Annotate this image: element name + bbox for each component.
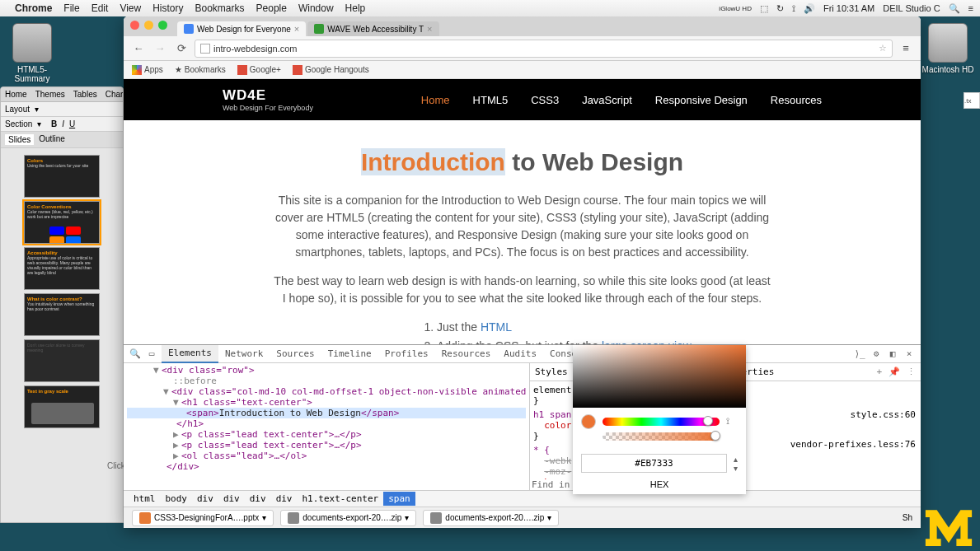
apps-button[interactable]: Apps xyxy=(132,65,163,75)
dt-tab-resources[interactable]: Resources xyxy=(435,345,498,363)
nav-responsive[interactable]: Responsive Design xyxy=(655,94,748,106)
menu-edit[interactable]: Edit xyxy=(91,2,109,14)
browser-tab-1[interactable]: Web Design for Everyone× xyxy=(177,21,306,36)
inspect-icon[interactable]: 🔍 xyxy=(129,348,142,361)
close-tab-icon[interactable]: × xyxy=(427,24,432,34)
saturation-field[interactable] xyxy=(573,345,746,408)
window-controls xyxy=(130,21,167,30)
format-stepper[interactable]: ▴▾ xyxy=(734,455,738,473)
sync-icon[interactable]: ↻ xyxy=(776,3,784,14)
console-drawer-icon[interactable]: ⟩_ xyxy=(853,348,866,361)
close-button[interactable] xyxy=(130,21,139,30)
source-link[interactable]: style.css:60 xyxy=(851,409,916,420)
back-button[interactable]: ← xyxy=(130,40,147,57)
reload-button[interactable]: ⟳ xyxy=(173,40,190,57)
menubar-user[interactable]: DEIL Studio C xyxy=(883,3,940,13)
bc-div[interactable]: div xyxy=(245,492,271,506)
dt-tab-audits[interactable]: Audits xyxy=(497,345,543,363)
ppt-outline-tab[interactable]: Outline xyxy=(39,134,65,145)
nav-home[interactable]: Home xyxy=(421,94,450,106)
ppt-tab-themes[interactable]: Themes xyxy=(35,90,65,99)
bc-span[interactable]: span xyxy=(383,492,415,506)
side-text-file[interactable]: .tx xyxy=(964,92,980,109)
volume-icon[interactable]: 🔊 xyxy=(804,3,815,14)
alpha-slider[interactable] xyxy=(603,432,720,441)
wifi-icon[interactable]: ⟟ xyxy=(792,3,795,14)
slide-thumb-2[interactable]: Color ConventionsColor names (blue, red,… xyxy=(24,201,100,244)
dropbox-icon[interactable]: ⬚ xyxy=(760,3,768,14)
ppt-tab-tables[interactable]: Tables xyxy=(73,90,97,99)
menu-history[interactable]: History xyxy=(152,2,183,14)
more-icon[interactable]: ⋮ xyxy=(907,367,916,377)
bc-div[interactable]: div xyxy=(218,492,245,506)
styles-tab[interactable]: Styles xyxy=(535,367,568,377)
bc-div[interactable]: div xyxy=(271,492,298,506)
close-devtools-icon[interactable]: × xyxy=(903,348,916,361)
slide-thumb-6[interactable]: Text in gray scale xyxy=(24,385,100,428)
forward-button[interactable]: → xyxy=(152,40,168,57)
slide-thumb-3[interactable]: AccessibilityAppropriate use of color is… xyxy=(24,247,100,290)
minimize-button[interactable] xyxy=(144,21,153,30)
desktop-file-html5[interactable]: HTML5-Summary xyxy=(3,23,61,83)
bookmark-googleplus[interactable]: Google+ xyxy=(237,65,281,75)
star-icon[interactable]: ☆ xyxy=(879,43,887,54)
eyedropper-icon[interactable]: ⟟ xyxy=(726,416,738,427)
ppt-tab-chart[interactable]: Chart xyxy=(106,90,124,99)
ppt-layout[interactable]: Layout xyxy=(5,105,30,114)
source-link[interactable]: vendor-prefixes.less:76 xyxy=(790,439,916,450)
elements-tree[interactable]: ▼<div class="row"> ::before ▼<div class=… xyxy=(124,363,529,490)
notifications-icon[interactable]: ≡ xyxy=(968,3,973,13)
ppt-slides-tab[interactable]: Slides xyxy=(5,134,34,145)
site-brand[interactable]: WD4E Web Design For Everybody xyxy=(223,87,313,112)
menu-bookmarks[interactable]: Bookmarks xyxy=(195,2,245,14)
slide-thumb-4[interactable]: What is color contrast?You intuitively k… xyxy=(24,293,100,336)
nav-html5[interactable]: HTML5 xyxy=(473,94,509,106)
dt-tab-timeline[interactable]: Timeline xyxy=(321,345,378,363)
desktop-drive[interactable]: Macintosh HD xyxy=(919,23,977,74)
dt-tab-elements[interactable]: Elements xyxy=(162,345,218,363)
bc-h1[interactable]: h1.text-center xyxy=(298,492,384,506)
menu-window[interactable]: Window xyxy=(298,2,334,14)
dock-icon[interactable]: ◧ xyxy=(886,348,899,361)
download-item[interactable]: documents-export-20….zip ▾ xyxy=(423,510,559,526)
download-item[interactable]: documents-export-20….zip ▾ xyxy=(280,510,416,526)
device-icon[interactable]: ▭ xyxy=(145,348,158,361)
nav-css3[interactable]: CSS3 xyxy=(531,94,559,106)
show-all-downloads[interactable]: Sh xyxy=(903,513,912,522)
download-item[interactable]: CSS3-DesigningForA….pptx ▾ xyxy=(132,510,274,526)
dt-tab-profiles[interactable]: Profiles xyxy=(378,345,435,363)
ppt-section[interactable]: Section xyxy=(5,119,32,128)
maximize-button[interactable] xyxy=(158,21,167,30)
settings-icon[interactable]: ⚙ xyxy=(870,348,883,361)
new-rule-icon[interactable]: + xyxy=(876,367,882,377)
app-name[interactable]: Chrome xyxy=(15,2,52,14)
menu-people[interactable]: People xyxy=(256,2,287,14)
menu-file[interactable]: File xyxy=(63,2,79,14)
menu-view[interactable]: View xyxy=(120,2,141,14)
color-hex-input[interactable] xyxy=(581,454,727,473)
hue-slider[interactable] xyxy=(603,418,720,426)
slide-thumb-5[interactable]: Don't use color alone to convey meaning xyxy=(24,339,100,382)
slide-thumb-1[interactable]: ColorsUsing the best colors for your sit… xyxy=(24,155,100,198)
dt-tab-sources[interactable]: Sources xyxy=(270,345,321,363)
selected-element[interactable]: <span>Introduction to Web Design</span> xyxy=(127,408,526,418)
ppt-tab-home[interactable]: Home xyxy=(5,90,27,99)
close-tab-icon[interactable]: × xyxy=(294,24,299,34)
dt-tab-network[interactable]: Network xyxy=(218,345,270,363)
nav-javascript[interactable]: JavaScript xyxy=(582,94,632,106)
browser-tab-2[interactable]: WAVE Web Accessibility T× xyxy=(307,21,438,36)
menu-button[interactable]: ≡ xyxy=(898,40,914,57)
bookmark-hangouts[interactable]: Google Hangouts xyxy=(293,65,369,75)
pin-icon[interactable]: 📌 xyxy=(889,367,900,377)
bc-html[interactable]: html xyxy=(129,492,161,506)
menubar-time[interactable]: Fri 10:31 AM xyxy=(823,3,874,13)
bc-div[interactable]: div xyxy=(192,492,218,506)
zip-icon xyxy=(288,512,299,524)
nav-resources[interactable]: Resources xyxy=(771,94,822,106)
bookmark-folder[interactable]: ★ Bookmarks xyxy=(175,65,226,74)
spotlight-icon[interactable]: 🔍 xyxy=(949,3,960,14)
bc-body[interactable]: body xyxy=(161,492,193,506)
menu-help[interactable]: Help xyxy=(345,2,366,14)
link-html[interactable]: HTML xyxy=(481,320,512,334)
address-bar[interactable]: intro-webdesign.com ☆ xyxy=(195,40,893,58)
